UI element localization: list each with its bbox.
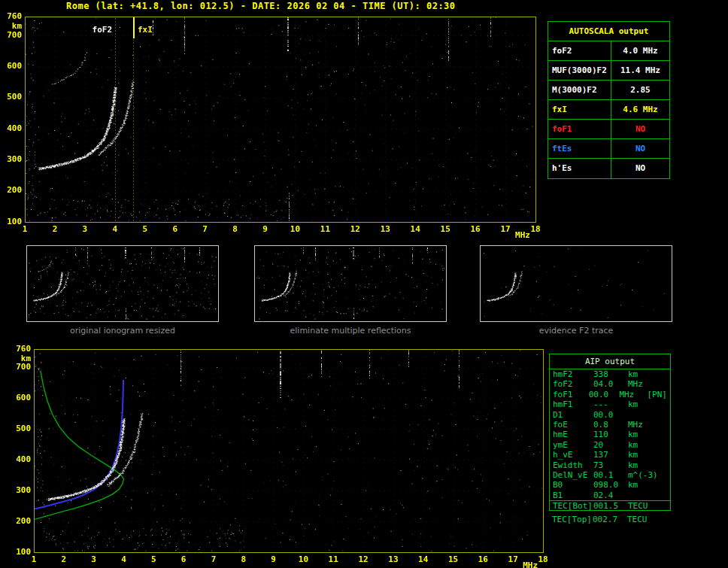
aip-param-value: 00.0 bbox=[589, 390, 620, 399]
aip-rows-outside: TEC[Top]002.7TECU bbox=[549, 515, 671, 524]
aip-param-note bbox=[667, 480, 670, 490]
aip-param-note bbox=[667, 440, 670, 450]
aip-row-TEC[Top]: TEC[Top]002.7TECU bbox=[549, 515, 671, 524]
mini-panel-no-multiples bbox=[254, 245, 447, 322]
aip-param-note bbox=[667, 420, 670, 430]
aip-param-value: 137 bbox=[593, 450, 628, 460]
aip-param-note bbox=[667, 369, 670, 379]
aip-param-note bbox=[667, 430, 670, 439]
aip-param-value: 110 bbox=[593, 430, 628, 439]
aip-row-hmE: hmE110km bbox=[550, 430, 670, 439]
autoscala-param-label: fxI bbox=[548, 100, 611, 119]
autoscala-param-value: 11.4 MHz bbox=[611, 61, 669, 80]
aip-param-value: --- bbox=[593, 399, 628, 409]
autoscala-table: AUTOSCALA output foF24.0 MHzMUF(3000)F21… bbox=[548, 21, 670, 179]
aip-param-unit: MHz bbox=[628, 420, 660, 430]
autoscala-row-foF1: foF1NO bbox=[548, 120, 669, 139]
aip-param-label: hmF2 bbox=[550, 369, 593, 379]
autoscala-param-value: 4.0 MHz bbox=[611, 41, 669, 60]
aip-row-foF2: foF204.0MHz bbox=[550, 379, 670, 389]
aip-param-label: TEC[Bot] bbox=[550, 501, 593, 510]
autoscala-row-foF2: foF24.0 MHz bbox=[548, 41, 669, 61]
aip-param-note bbox=[667, 470, 670, 480]
mini-panel-original bbox=[26, 245, 219, 322]
aip-param-label: ymE bbox=[550, 440, 593, 450]
autoscala-param-label: M(3000)F2 bbox=[548, 80, 611, 99]
aip-table: AIP output hmF2338kmfoF204.0MHzfoF100.0M… bbox=[549, 354, 671, 511]
aip-param-unit: TECU bbox=[628, 501, 660, 510]
aip-param-value: 338 bbox=[593, 369, 628, 379]
aip-param-unit bbox=[628, 410, 660, 420]
aip-header: AIP output bbox=[550, 354, 670, 369]
mini-original-canvas bbox=[27, 246, 218, 321]
mini-caption-no-multiples: eliminate multiple reflections bbox=[254, 326, 447, 336]
aip-param-label: h_vE bbox=[550, 450, 593, 460]
aip-row-foF1: foF100.0MHz[PN] bbox=[550, 390, 670, 399]
aip-param-note bbox=[667, 399, 670, 409]
aip-param-unit: km bbox=[628, 480, 660, 490]
aip-param-label: hmE bbox=[550, 430, 593, 439]
aip-row-B1: B102.4 bbox=[550, 491, 670, 500]
aip-param-value: 20 bbox=[593, 440, 628, 450]
aip-param-unit: km bbox=[628, 440, 660, 450]
mini-panel-f2-trace bbox=[480, 245, 672, 322]
aip-param-unit: MHz bbox=[628, 379, 660, 389]
mini-no-multiples-canvas bbox=[255, 246, 446, 321]
aip-row-ymE: ymE20km bbox=[550, 440, 670, 450]
aip-row-Ewidth: Ewidth73km bbox=[550, 460, 670, 470]
aip-param-note bbox=[667, 410, 670, 420]
autoscala-param-label: foF2 bbox=[548, 41, 611, 60]
aip-param-value: 0.8 bbox=[593, 420, 628, 430]
autoscala-param-value: NO bbox=[611, 120, 669, 138]
aip-param-value: 002.7 bbox=[593, 515, 627, 524]
autoscala-row-M(3000)F2: M(3000)F22.85 bbox=[548, 80, 669, 100]
aip-param-label: foE bbox=[550, 420, 593, 430]
aip-param-value: 001.5 bbox=[593, 501, 628, 510]
aip-param-label: Ewidth bbox=[550, 460, 593, 470]
aip-row-DelN_vE: DelN_vE00.1m^(-3) bbox=[550, 470, 670, 480]
aip-row-TEC[Bot]: TEC[Bot]001.5TECU bbox=[550, 500, 670, 510]
aip-param-unit: m^(-3) bbox=[628, 470, 660, 480]
autoscala-param-value: 2.85 bbox=[611, 80, 669, 99]
mini-f2-trace-canvas bbox=[481, 246, 672, 321]
autoscala-rows: foF24.0 MHzMUF(3000)F211.4 MHzM(3000)F22… bbox=[548, 41, 669, 178]
aip-row-B0: B0098.0km bbox=[550, 480, 670, 490]
aip-param-unit: km bbox=[628, 460, 660, 470]
aip-param-value: 00.0 bbox=[593, 410, 628, 420]
autoscala-param-label: MUF(3000)F2 bbox=[548, 61, 611, 80]
aip-rows: hmF2338kmfoF204.0MHzfoF100.0MHz[PN]hmF1-… bbox=[550, 369, 670, 510]
aip-param-note bbox=[667, 450, 670, 460]
aip-param-note: [PN] bbox=[648, 390, 671, 399]
autoscala-param-label: foF1 bbox=[548, 120, 611, 138]
aip-param-unit: km bbox=[628, 450, 660, 460]
autoscala-param-label: h'Es bbox=[548, 159, 611, 178]
aip-row-foE: foE0.8MHz bbox=[550, 420, 670, 430]
aip-param-label: B1 bbox=[550, 491, 593, 500]
aip-param-label: foF2 bbox=[550, 379, 593, 389]
aip-row-h_vE: h_vE137km bbox=[550, 450, 670, 460]
autoscala-param-value: 4.6 MHz bbox=[611, 100, 669, 119]
mini-caption-f2-trace: evidence F2 trace bbox=[480, 326, 672, 336]
autoscala-param-label: ftEs bbox=[548, 139, 611, 158]
mini-caption-original: original ionogram resized bbox=[26, 326, 219, 336]
aip-param-value: 02.4 bbox=[593, 491, 628, 500]
autoscala-row-ftEs: ftEsNO bbox=[548, 139, 669, 159]
aip-param-note bbox=[667, 501, 670, 510]
aip-param-label: D1 bbox=[550, 410, 593, 420]
autoscala-header: AUTOSCALA output bbox=[548, 22, 669, 41]
aip-param-unit: km bbox=[628, 399, 660, 409]
aip-param-unit: MHz bbox=[619, 390, 647, 399]
aip-param-unit bbox=[628, 491, 660, 500]
aip-param-note bbox=[667, 491, 670, 500]
aip-row-hmF1: hmF1---km bbox=[550, 399, 670, 409]
aip-param-unit: km bbox=[628, 369, 660, 379]
aip-row-D1: D100.0 bbox=[550, 410, 670, 420]
aip-param-value: 73 bbox=[593, 460, 628, 470]
aip-param-note bbox=[668, 515, 671, 524]
autoscala-param-value: NO bbox=[611, 159, 669, 178]
autoscala-row-MUF(3000)F2: MUF(3000)F211.4 MHz bbox=[548, 61, 669, 80]
aip-param-unit: km bbox=[628, 430, 660, 439]
aip-param-unit: TECU bbox=[627, 515, 659, 524]
aip-param-note bbox=[667, 379, 670, 389]
top-ionogram-canvas bbox=[0, 11, 548, 242]
